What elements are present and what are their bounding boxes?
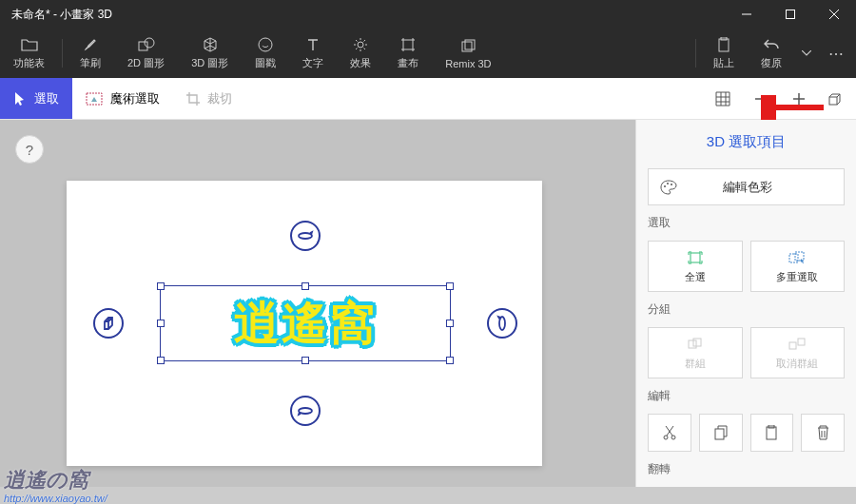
selection-box[interactable] <box>160 285 451 361</box>
delete-button[interactable] <box>801 414 845 452</box>
sub-toolbar: 選取 魔術選取 裁切 <box>0 78 856 120</box>
effects-button[interactable]: 效果 <box>337 29 384 78</box>
svg-rect-11 <box>719 39 729 51</box>
svg-rect-1 <box>787 10 795 19</box>
ungroup-button[interactable]: 取消群組 <box>750 327 846 378</box>
undo-icon <box>764 36 779 53</box>
paste-icon <box>717 36 730 53</box>
maximize-button[interactable] <box>768 0 812 29</box>
depth-handle[interactable] <box>93 308 124 339</box>
grid-toggle[interactable] <box>704 78 742 119</box>
undo-label: 復原 <box>761 56 782 70</box>
select-all-button[interactable]: 全選 <box>648 241 743 292</box>
rotate-x-handle[interactable] <box>290 221 321 251</box>
watermark: 逍遙の窩 http://www.xiaoyao.tw/ <box>4 466 107 504</box>
svg-rect-24 <box>689 340 696 348</box>
menu-button[interactable]: 功能表 <box>0 29 58 78</box>
zoom-out[interactable] <box>742 78 780 119</box>
window-title: 未命名* - 小畫家 3D <box>11 7 112 23</box>
text-button[interactable]: 文字 <box>289 29 337 78</box>
cursor-icon <box>13 91 27 107</box>
svg-rect-25 <box>693 339 701 346</box>
shapes3d-button[interactable]: 3D 圖形 <box>178 29 242 78</box>
multi-select-label: 多重選取 <box>776 270 818 284</box>
app-window: 未命名* - 小畫家 3D 功能表 筆刷 2D 圖形 3D 圖形 圖戳 <box>0 0 856 487</box>
minimize-button[interactable] <box>725 0 768 29</box>
svg-point-20 <box>671 184 672 185</box>
panel-title: 3D 選取項目 <box>648 129 845 159</box>
rotate-z-handle[interactable] <box>290 396 321 426</box>
svg-point-7 <box>358 42 363 48</box>
svg-point-18 <box>664 185 666 187</box>
shapes2d-icon <box>138 36 155 53</box>
select-tool[interactable]: 選取 <box>0 78 72 119</box>
resize-handle-bm[interactable] <box>302 357 309 364</box>
group-button[interactable]: 群組 <box>648 327 743 378</box>
remix3d-button[interactable]: Remix 3D <box>432 29 504 78</box>
group-label: 群組 <box>685 357 706 371</box>
resize-handle-br[interactable] <box>446 357 454 364</box>
multi-select-button[interactable]: 多重選取 <box>750 241 846 292</box>
toolbar-more[interactable]: ⋯ <box>818 29 856 78</box>
remix3d-label: Remix 3D <box>445 58 491 69</box>
svg-point-28 <box>664 436 668 439</box>
body: ? 逍遙窩 <box>0 120 856 487</box>
edit-color-button[interactable]: 編輯色彩 <box>648 168 845 205</box>
crop-icon <box>186 92 200 106</box>
svg-rect-21 <box>691 253 700 262</box>
undo-button[interactable]: 復原 <box>748 29 795 78</box>
remix3d-icon <box>460 38 476 55</box>
rotate-y-handle[interactable] <box>487 308 517 339</box>
shapes2d-label: 2D 圖形 <box>127 56 165 70</box>
toolbar-dropdown[interactable] <box>795 29 818 78</box>
watermark-brand: 逍遙の窩 <box>4 466 107 494</box>
crop-tool[interactable]: 裁切 <box>173 78 245 119</box>
text-label: 文字 <box>302 56 323 70</box>
section-select-label: 選取 <box>648 215 845 231</box>
copy-icon <box>714 425 728 440</box>
effects-icon <box>353 36 368 53</box>
select-all-label: 全選 <box>685 270 706 284</box>
paste-button[interactable]: 貼上 <box>700 29 748 78</box>
view-3d-toggle[interactable] <box>818 78 856 119</box>
shapes2d-button[interactable]: 2D 圖形 <box>114 29 178 78</box>
resize-handle-bl[interactable] <box>157 357 165 364</box>
magic-select-tool[interactable]: 魔術選取 <box>72 78 173 119</box>
section-flip-label: 翻轉 <box>648 461 845 477</box>
folder-icon <box>21 36 38 53</box>
help-button[interactable]: ? <box>15 135 44 164</box>
selected-object[interactable]: 逍遙窩 <box>137 276 474 371</box>
magic-select-label: 魔術選取 <box>110 90 160 107</box>
trash-icon <box>817 425 829 440</box>
brush-button[interactable]: 筆刷 <box>67 29 114 78</box>
resize-handle-mr[interactable] <box>446 320 454 327</box>
resize-handle-ml[interactable] <box>157 320 165 327</box>
stickers-label: 圖戳 <box>255 56 276 70</box>
group-icon <box>688 336 703 353</box>
svg-rect-31 <box>767 427 776 439</box>
resize-handle-tm[interactable] <box>302 282 309 290</box>
close-button[interactable] <box>812 0 856 29</box>
zoom-in[interactable] <box>780 78 818 119</box>
ungroup-icon <box>788 336 806 353</box>
cut-button[interactable] <box>648 414 691 452</box>
svg-rect-22 <box>789 254 798 262</box>
svg-rect-8 <box>403 40 413 49</box>
canvas-button[interactable]: 畫布 <box>384 29 432 78</box>
titlebar: 未命名* - 小畫家 3D <box>0 0 856 29</box>
svg-point-5 <box>145 38 154 48</box>
canvas-area[interactable]: ? 逍遙窩 <box>0 120 635 487</box>
svg-rect-23 <box>795 252 804 261</box>
svg-rect-30 <box>715 429 724 439</box>
resize-handle-tl[interactable] <box>157 282 165 290</box>
main-toolbar: 功能表 筆刷 2D 圖形 3D 圖形 圖戳 文字 效果 畫布 <box>0 29 856 78</box>
copy-button[interactable] <box>699 414 743 452</box>
select-all-icon <box>688 249 703 266</box>
resize-handle-tr[interactable] <box>446 282 454 290</box>
svg-rect-26 <box>789 342 796 349</box>
svg-point-19 <box>667 183 669 184</box>
stickers-button[interactable]: 圖戳 <box>242 29 289 78</box>
menu-label: 功能表 <box>13 56 45 70</box>
paste-panel-button[interactable] <box>750 414 794 452</box>
stickers-icon <box>258 36 273 53</box>
